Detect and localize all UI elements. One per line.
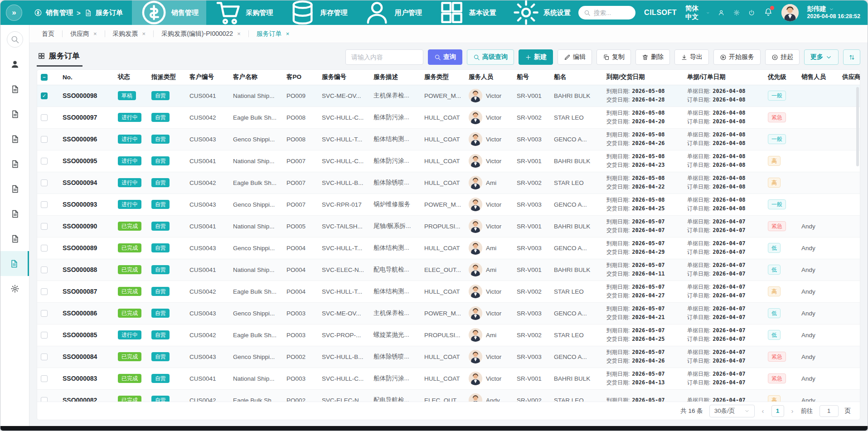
column-header[interactable]: 客户名称 xyxy=(229,70,283,85)
column-header[interactable]: 单据/订单日期 xyxy=(684,70,764,85)
sidebar-collapse-button[interactable]: » xyxy=(6,5,22,21)
table-row[interactable]: SSO000082已完成自营CUS0042Eagle Bulk Sh...PO0… xyxy=(37,389,860,402)
next-page-button[interactable]: › xyxy=(790,407,795,415)
sidebar-item-settings[interactable] xyxy=(0,276,29,301)
row-checkbox[interactable] xyxy=(41,375,48,382)
column-header[interactable]: 服务描述 xyxy=(370,70,421,85)
start-service-button[interactable]: 开始服务 xyxy=(713,49,761,65)
menu-users[interactable]: 用户管理 xyxy=(355,0,429,25)
sidebar-item-doc-1[interactable] xyxy=(0,77,29,102)
column-header[interactable]: 状态 xyxy=(114,70,148,85)
delete-button[interactable]: 删除 xyxy=(635,49,670,65)
row-checkbox[interactable] xyxy=(41,179,48,186)
page-number-1[interactable]: 1 xyxy=(771,405,784,417)
sidebar-item-doc-2[interactable] xyxy=(0,102,29,126)
filter-input[interactable] xyxy=(345,49,423,65)
suspend-button[interactable]: 挂起 xyxy=(765,49,800,65)
table-row[interactable]: SSO000095进行中自营CUS0041National Ship...PO0… xyxy=(37,150,860,172)
row-checkbox[interactable] xyxy=(41,136,48,143)
global-search-input[interactable] xyxy=(594,10,630,16)
sort-button[interactable] xyxy=(843,49,860,65)
column-header[interactable]: 客户编号 xyxy=(186,70,229,85)
gear-icon[interactable] xyxy=(733,8,740,17)
tab-suppliers[interactable]: 供应商× xyxy=(63,30,105,38)
breadcrumb-module[interactable]: 销售管理 xyxy=(46,9,73,17)
menu-basic-settings[interactable]: 基本设置 xyxy=(430,0,504,25)
sidebar-item-doc-5[interactable] xyxy=(0,176,29,201)
column-header[interactable]: 优先级 xyxy=(764,70,798,85)
avatar[interactable] xyxy=(781,4,799,21)
table-row[interactable]: SSO000094进行中自营CUS0042Eagle Bulk Sh...PO0… xyxy=(37,172,860,194)
column-header[interactable]: 船号 xyxy=(513,70,550,85)
sidebar-item-doc-6[interactable] xyxy=(0,201,29,226)
sidebar-item-doc-4[interactable] xyxy=(0,151,29,176)
query-button[interactable]: 查询 xyxy=(428,49,462,65)
row-checkbox[interactable] xyxy=(41,114,48,121)
select-all-checkbox[interactable]: – xyxy=(41,74,48,81)
tab-home[interactable]: 首页 xyxy=(34,30,62,38)
global-search[interactable] xyxy=(578,6,635,19)
notifications-button[interactable] xyxy=(764,7,773,18)
row-checkbox[interactable] xyxy=(41,288,48,295)
row-checkbox[interactable] xyxy=(41,310,48,317)
row-checkbox[interactable] xyxy=(41,332,48,339)
user-menu[interactable]: 彭伟建 xyxy=(807,5,860,13)
column-header[interactable]: 服务类型 xyxy=(421,70,465,85)
row-checkbox[interactable]: ✓ xyxy=(41,92,48,99)
menu-system-settings[interactable]: 系统设置 xyxy=(504,0,578,25)
tab-purchase-invoice-edit[interactable]: 采购发票(编辑)-PI000022× xyxy=(154,30,248,38)
column-header[interactable]: 指派类型 xyxy=(148,70,186,85)
tab-purchase-invoice[interactable]: 采购发票× xyxy=(105,30,154,38)
sidebar-item-search[interactable] xyxy=(0,27,29,52)
table-row[interactable]: SSO000087已完成自营CUS0042Eagle Bulk Sh...PO0… xyxy=(37,281,860,302)
row-checkbox[interactable] xyxy=(41,354,48,360)
table-row[interactable]: SSO000085进行中自营CUS0042Eagle Bulk Sh...PO0… xyxy=(37,324,860,346)
sidebar-item-doc-3[interactable] xyxy=(0,126,29,151)
vertical-scrollbar[interactable] xyxy=(856,87,859,166)
sidebar-item-service-orders[interactable] xyxy=(0,251,29,276)
close-icon[interactable]: × xyxy=(142,30,146,37)
menu-purchase[interactable]: 采购管理 xyxy=(206,0,281,25)
table-row[interactable]: SSO000093进行中自营CUS0043Genco Shippi...PO00… xyxy=(37,194,860,215)
copy-button[interactable]: 复制 xyxy=(596,49,631,65)
menu-sales[interactable]: 销售管理 xyxy=(132,0,206,25)
advanced-query-button[interactable]: 高级查询 xyxy=(467,49,514,65)
row-checkbox[interactable] xyxy=(41,397,48,402)
menu-inventory[interactable]: 库存管理 xyxy=(281,0,355,25)
column-header[interactable]: 销售人员 xyxy=(798,70,839,85)
row-checkbox[interactable] xyxy=(41,245,48,252)
table-row[interactable]: SSO000083已完成自营CUS0041National Ship...PO0… xyxy=(37,368,860,389)
export-button[interactable]: 导出 xyxy=(674,49,709,65)
table-row[interactable]: SSO000096进行中自营CUS0043Genco Shippi...PO00… xyxy=(37,128,860,150)
language-selector[interactable]: 简体中文 xyxy=(685,4,709,21)
breadcrumb-page[interactable]: 服务订单 xyxy=(96,9,123,17)
row-checkbox[interactable] xyxy=(41,201,48,208)
page-size-select[interactable]: 30条/页 xyxy=(709,405,755,417)
close-icon[interactable]: × xyxy=(237,30,241,37)
column-header[interactable]: 到期/交货日期 xyxy=(603,70,684,85)
table-row[interactable]: SSO000097进行中自营CUS0042Eagle Bulk Sh...PO0… xyxy=(37,107,860,128)
column-header[interactable]: 服务人员 xyxy=(465,70,513,85)
goto-page-input[interactable] xyxy=(820,405,839,417)
column-header[interactable]: 服务编号 xyxy=(318,70,370,85)
power-icon[interactable] xyxy=(748,8,755,17)
row-checkbox[interactable] xyxy=(41,223,48,230)
user-icon[interactable] xyxy=(718,8,724,17)
column-header[interactable]: 客PO xyxy=(283,70,318,85)
column-header[interactable]: 船名 xyxy=(550,70,603,85)
table-row[interactable]: SSO000084已完成自营CUS0043Genco Shippi...PO00… xyxy=(37,346,860,368)
edit-button[interactable]: 编辑 xyxy=(558,49,592,65)
table-row[interactable]: SSO000089已完成自营CUS0043Genco Shippi...PO00… xyxy=(37,237,860,259)
tab-service-orders[interactable]: 服务订单× xyxy=(249,30,297,38)
column-header[interactable]: 供应商 xyxy=(839,70,860,85)
table-row[interactable]: SSO000088已完成自营CUS0041National Ship...PO0… xyxy=(37,259,860,281)
column-header[interactable]: No. xyxy=(59,70,114,85)
row-checkbox[interactable] xyxy=(41,158,48,165)
more-button[interactable]: 更多 xyxy=(804,49,839,65)
close-icon[interactable]: × xyxy=(286,30,290,37)
table-row[interactable]: SSO000086已完成自营CUS0043Genco Shippi...PO00… xyxy=(37,302,860,324)
prev-page-button[interactable]: ‹ xyxy=(761,407,765,415)
sidebar-item-doc-7[interactable] xyxy=(0,226,29,251)
row-checkbox[interactable] xyxy=(41,266,48,273)
new-button[interactable]: 新建 xyxy=(519,49,553,65)
